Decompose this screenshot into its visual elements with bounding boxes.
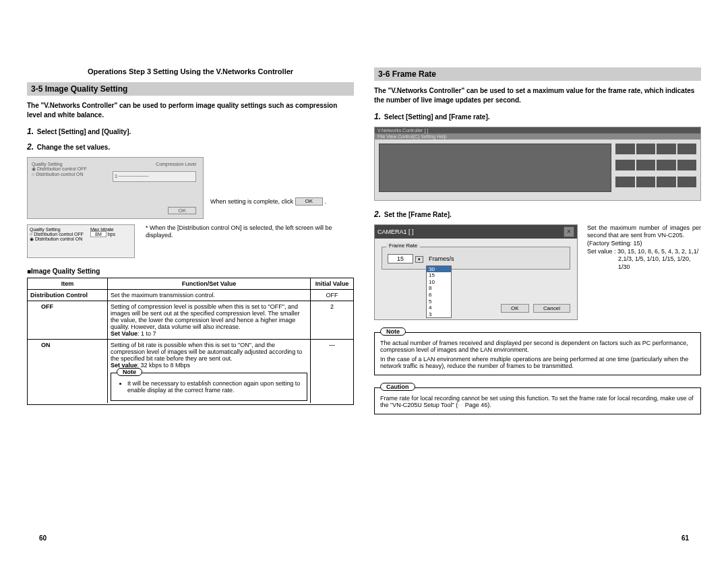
- close-icon[interactable]: ×: [564, 226, 574, 237]
- frame-rate-field[interactable]: 15: [388, 254, 413, 263]
- page-number-right: 61: [681, 534, 689, 542]
- table-heading: Image Quality Setting: [27, 268, 354, 275]
- step2-left: 2. Change the set values.: [27, 142, 354, 153]
- step2-num: 2.: [27, 142, 34, 152]
- table-row: Distribution Control Set the maximum tra…: [28, 289, 354, 301]
- note-box-left: Note It will be necessary to establish c…: [111, 373, 307, 401]
- th-item: Item: [28, 278, 108, 289]
- right-page: 3-6 Frame Rate The "V.Networks Controlle…: [374, 67, 701, 414]
- intro-right: The "V.Networks Controller" can be used …: [374, 86, 701, 104]
- ok-button[interactable]: OK: [501, 304, 529, 313]
- dialog-title: CAMERA1 [ ]: [377, 228, 414, 235]
- ok-button[interactable]: OK: [168, 207, 196, 214]
- quality-dialog-figure: Quality Setting ◉ Distribution control O…: [27, 157, 204, 219]
- step1-text: Select [Setting] and [Quality].: [37, 128, 131, 135]
- frame-rate-annotation: Set the maximum number of images per sec…: [587, 224, 701, 272]
- frame-rate-dropdown[interactable]: 30 15 10 8 6 5 4 3: [426, 266, 452, 319]
- step2-right: 2. Set the [Frame Rate].: [374, 209, 701, 220]
- frame-rate-dialog: CAMERA1 [ ] × Frame Rate 15 ▾ Frames/s O…: [374, 224, 578, 320]
- chevron-down-icon[interactable]: ▾: [415, 256, 423, 263]
- compression-level-label: Compression Level: [156, 162, 196, 166]
- table-row: OFF Setting of compression level is poss…: [28, 301, 354, 339]
- distribution-on-subfigure: Quality Setting ○ Distribution control O…: [27, 224, 135, 258]
- step1-left: 1. Select [Setting] and [Quality].: [27, 126, 354, 137]
- section-title-left: 3-5 Image Quality Setting: [27, 82, 354, 96]
- frame-rate-group-label: Frame Rate: [386, 243, 420, 249]
- step1-right: 1. Select [Setting] and [Frame rate].: [374, 111, 701, 123]
- left-page: Operations Step 3 Setting Using the V.Ne…: [27, 67, 354, 414]
- controller-figure: V.Networks Controller [ ] File View Cont…: [374, 127, 701, 201]
- ok-annotation: When setting is complete, click OK .: [210, 157, 354, 206]
- note-label: Note: [380, 327, 406, 336]
- frame-rate-unit: Frames/s: [429, 255, 454, 262]
- note-label: Note: [117, 368, 142, 376]
- step1-num: 1.: [27, 127, 34, 136]
- ok-button-inline: OK: [295, 197, 324, 206]
- caution-label: Caution: [380, 383, 415, 391]
- page-number-left: 60: [39, 534, 47, 542]
- th-init: Initial Value: [311, 278, 354, 289]
- table-row: ON Setting of bit rate is possible when …: [28, 339, 354, 403]
- distribution-note: * When the [Distribution control ON] is …: [146, 224, 354, 240]
- section-title-right: 3-6 Frame Rate: [374, 67, 701, 81]
- cancel-button[interactable]: Cancel: [533, 304, 570, 313]
- step2-text: Change the set values.: [37, 144, 110, 151]
- caution-box: Caution Frame rate for local recording c…: [374, 387, 701, 414]
- intro-left: The "V.Networks Controller" can be used …: [27, 101, 354, 119]
- chapter-header: Operations Step 3 Setting Using the V.Ne…: [27, 67, 354, 75]
- note-box-right: Note The actual number of frames receive…: [374, 332, 701, 375]
- image-quality-table: Item Function/Set Value Initial Value Di…: [27, 278, 354, 405]
- th-func: Function/Set Value: [108, 278, 311, 289]
